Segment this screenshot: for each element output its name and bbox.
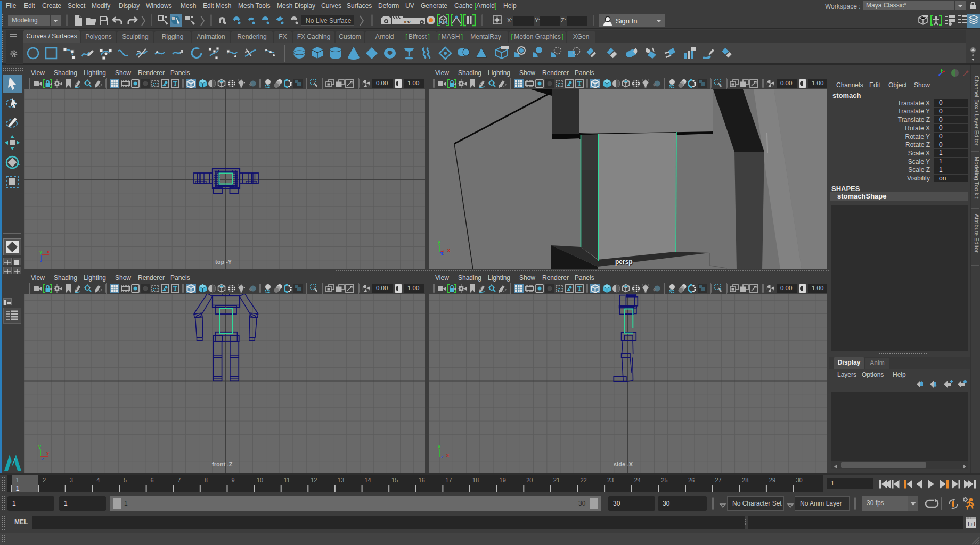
svg-text:T: T — [173, 80, 177, 87]
svg-text:25: 25 — [661, 477, 667, 483]
svg-text:12: 12 — [311, 477, 317, 483]
svg-text:14: 14 — [364, 477, 371, 483]
svg-text:y: y — [39, 249, 42, 254]
svg-text:IPR: IPR — [404, 20, 411, 24]
svg-text:{;}: {;} — [967, 522, 976, 527]
svg-text:z: z — [441, 251, 444, 256]
svg-text:5: 5 — [124, 477, 127, 483]
svg-text:10: 10 — [257, 477, 263, 483]
svg-text:20: 20 — [526, 477, 533, 483]
svg-text:x: x — [47, 249, 50, 254]
svg-text:18: 18 — [472, 477, 479, 483]
svg-text:T: T — [577, 285, 582, 292]
svg-text:30: 30 — [796, 477, 802, 483]
svg-text:3: 3 — [70, 477, 73, 483]
svg-text:29: 29 — [769, 477, 775, 483]
svg-text:7: 7 — [177, 477, 181, 483]
svg-text:4: 4 — [96, 477, 100, 483]
svg-text:T: T — [577, 80, 582, 87]
svg-text:z: z — [441, 454, 444, 459]
svg-text:1: 1 — [15, 477, 19, 483]
svg-text:21: 21 — [553, 477, 560, 483]
svg-text:13: 13 — [338, 477, 344, 483]
svg-text:x: x — [46, 451, 49, 456]
svg-text:23: 23 — [607, 477, 614, 483]
svg-text:19: 19 — [500, 477, 506, 483]
svg-text:22: 22 — [580, 477, 586, 483]
svg-text:T: T — [173, 285, 177, 292]
svg-text:x: x — [447, 247, 450, 253]
svg-text:17: 17 — [445, 477, 452, 483]
svg-text:26: 26 — [688, 477, 695, 483]
svg-text:y: y — [38, 444, 41, 449]
svg-text:z: z — [40, 258, 43, 263]
svg-text:2: 2 — [43, 477, 46, 483]
svg-text:9: 9 — [231, 477, 234, 483]
svg-text:15: 15 — [391, 477, 398, 483]
svg-text:1: 1 — [16, 485, 20, 492]
svg-text:28: 28 — [742, 477, 748, 483]
svg-text:11: 11 — [284, 477, 290, 483]
svg-text:x: x — [446, 452, 449, 458]
svg-text:16: 16 — [419, 477, 425, 483]
svg-text:27: 27 — [715, 477, 721, 483]
svg-text:z: z — [42, 456, 44, 461]
svg-text:24: 24 — [634, 477, 641, 483]
svg-text:y: y — [438, 444, 440, 449]
svg-text:6: 6 — [151, 477, 154, 483]
svg-text:y: y — [438, 240, 440, 245]
svg-text:8: 8 — [205, 477, 208, 483]
